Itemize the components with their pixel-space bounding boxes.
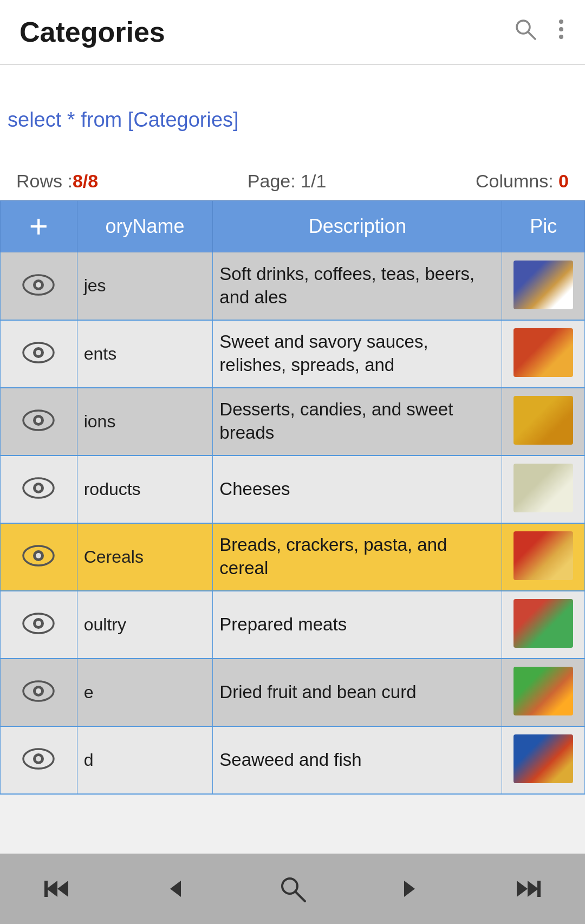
svg-marker-29 (47, 881, 57, 897)
query-bar: select * from [Categories] (0, 65, 585, 162)
category-description-cell: Prepared meats (213, 591, 502, 659)
svg-marker-32 (170, 881, 181, 897)
eye-icon-cell[interactable] (1, 320, 77, 388)
svg-marker-36 (517, 881, 528, 897)
svg-point-28 (36, 756, 41, 762)
category-thumbnail (514, 531, 573, 580)
eye-icon-cell[interactable] (1, 591, 77, 659)
svg-point-2 (559, 19, 563, 24)
table-row[interactable]: ionsDesserts, candies, and sweet breads (1, 388, 585, 456)
eye-icon[interactable] (19, 407, 58, 434)
category-name-cell: jes (77, 252, 213, 320)
svg-point-3 (559, 27, 563, 31)
svg-rect-31 (44, 881, 48, 897)
category-picture-cell (502, 320, 585, 388)
eye-icon-cell[interactable] (1, 659, 77, 726)
category-picture-cell (502, 523, 585, 591)
category-name-cell: e (77, 659, 213, 726)
category-description-cell: Desserts, candies, and sweet breads (213, 388, 502, 456)
svg-point-10 (36, 350, 41, 355)
svg-point-19 (36, 553, 41, 558)
category-description-cell: Seaweed and fish (213, 726, 502, 794)
table-row[interactable]: dSeaweed and fish (1, 726, 585, 794)
eye-icon-cell[interactable] (1, 726, 77, 794)
data-table-container: + oryName Description Pic jesSoft drinks… (0, 200, 585, 795)
svg-marker-35 (404, 881, 415, 897)
category-thumbnail (514, 328, 573, 377)
category-picture-cell (502, 252, 585, 320)
svg-point-7 (36, 282, 41, 288)
category-description-cell: Sweet and savory sauces, relishes, sprea… (213, 320, 502, 388)
category-thumbnail (514, 599, 573, 648)
stats-bar: Rows :8/8 Page: 1/1 Columns: 0 (0, 162, 585, 200)
category-picture-cell (502, 726, 585, 794)
category-name-cell: ents (77, 320, 213, 388)
category-thumbnail (514, 261, 573, 309)
eye-icon-cell[interactable] (1, 388, 77, 456)
category-name-cell: ions (77, 388, 213, 456)
next-page-button[interactable] (382, 867, 437, 910)
table-row[interactable]: entsSweet and savory sauces, relishes, s… (1, 320, 585, 388)
eye-icon[interactable] (19, 271, 58, 298)
category-picture-cell (502, 388, 585, 456)
category-thumbnail (514, 396, 573, 445)
table-row[interactable]: oultryPrepared meats (1, 591, 585, 659)
svg-point-22 (36, 621, 41, 626)
name-column-header: oryName (77, 201, 213, 252)
add-column-header[interactable]: + (1, 201, 77, 252)
rows-stat: Rows :8/8 (16, 171, 98, 192)
table-row[interactable]: CerealsBreads, crackers, pasta, and cere… (1, 523, 585, 591)
category-description-cell: Soft drinks, coffees, teas, beers, and a… (213, 252, 502, 320)
eye-icon-cell[interactable] (1, 523, 77, 591)
search-button[interactable] (265, 867, 320, 910)
svg-marker-30 (57, 881, 68, 897)
eye-icon-cell[interactable] (1, 252, 77, 320)
svg-marker-37 (528, 881, 538, 897)
eye-icon[interactable] (19, 474, 58, 502)
eye-icon[interactable] (19, 610, 58, 637)
table-header-row: + oryName Description Pic (1, 201, 585, 252)
category-picture-cell (502, 591, 585, 659)
data-table: + oryName Description Pic jesSoft drinks… (0, 200, 585, 795)
category-description-cell: Cheeses (213, 456, 502, 523)
category-name-cell: oultry (77, 591, 213, 659)
page-title: Categories (20, 16, 165, 48)
category-thumbnail (514, 734, 573, 783)
svg-rect-38 (537, 881, 541, 897)
more-options-icon[interactable] (557, 17, 566, 47)
eye-icon[interactable] (19, 745, 58, 772)
svg-point-16 (36, 485, 41, 491)
picture-column-header: Pic (502, 201, 585, 252)
app-header: Categories (0, 0, 585, 65)
category-name-cell: Cereals (77, 523, 213, 591)
eye-icon[interactable] (19, 339, 58, 366)
search-icon[interactable] (514, 17, 537, 47)
bottom-navigation (0, 854, 585, 924)
svg-point-4 (559, 35, 563, 39)
first-page-button[interactable] (31, 867, 86, 910)
svg-point-13 (36, 418, 41, 423)
page-stat: Page: 1/1 (248, 171, 327, 192)
table-row[interactable]: jesSoft drinks, coffees, teas, beers, an… (1, 252, 585, 320)
table-row[interactable]: eDried fruit and bean curd (1, 659, 585, 726)
sql-query-text: select * from [Categories] (5, 108, 574, 132)
columns-stat: Columns: 0 (476, 171, 569, 192)
prev-page-button[interactable] (148, 867, 203, 910)
eye-icon[interactable] (19, 678, 58, 705)
last-page-button[interactable] (499, 867, 554, 910)
eye-icon-cell[interactable] (1, 456, 77, 523)
category-description-cell: Dried fruit and bean curd (213, 659, 502, 726)
eye-icon[interactable] (19, 542, 58, 569)
header-actions (514, 17, 566, 47)
category-name-cell: roducts (77, 456, 213, 523)
category-name-cell: d (77, 726, 213, 794)
table-row[interactable]: roductsCheeses (1, 456, 585, 523)
svg-point-25 (36, 688, 41, 694)
category-description-cell: Breads, crackers, pasta, and cereal (213, 523, 502, 591)
category-picture-cell (502, 456, 585, 523)
svg-line-1 (528, 32, 535, 39)
category-thumbnail (514, 464, 573, 512)
svg-line-34 (295, 892, 305, 901)
description-column-header: Description (213, 201, 502, 252)
category-thumbnail (514, 667, 573, 715)
